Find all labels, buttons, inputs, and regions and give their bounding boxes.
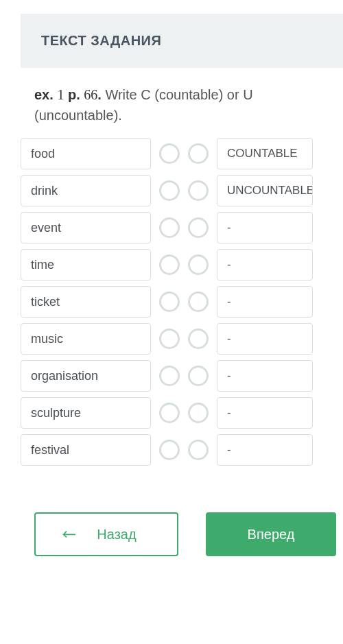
radio-right[interactable]	[188, 180, 209, 201]
exercise-row: music -	[21, 323, 343, 355]
word-box[interactable]: event	[21, 212, 151, 243]
radio-left[interactable]	[159, 329, 180, 349]
nav-buttons: 🡐 Назад Вперед	[0, 471, 343, 556]
radio-left[interactable]	[159, 366, 180, 386]
exercise-container: ТЕКСТ ЗАДАНИЯ ex. 1 p. 66. Write C (coun…	[0, 14, 343, 556]
radio-right[interactable]	[188, 143, 209, 164]
answer-box[interactable]: UNCOUNTABLE	[217, 175, 313, 206]
word-box[interactable]: organisation	[21, 360, 151, 392]
radio-left[interactable]	[159, 291, 180, 312]
exercise-row: event -	[21, 212, 343, 243]
word-box[interactable]: festival	[21, 434, 151, 466]
instruction-num1: 1	[57, 87, 64, 102]
word-box[interactable]: music	[21, 323, 151, 355]
exercise-row: time -	[21, 249, 343, 281]
answer-box[interactable]: -	[217, 249, 313, 281]
radio-right[interactable]	[188, 291, 209, 312]
radio-left[interactable]	[159, 180, 180, 201]
answer-box[interactable]: COUNTABLE	[217, 138, 313, 169]
answer-box[interactable]: -	[217, 212, 313, 243]
task-header-title: ТЕКСТ ЗАДАНИЯ	[41, 33, 322, 49]
word-box[interactable]: food	[21, 138, 151, 169]
radio-left[interactable]	[159, 217, 180, 238]
radio-left[interactable]	[159, 143, 180, 164]
answer-box[interactable]: -	[217, 360, 313, 392]
exercise-rows: food COUNTABLE drink UNCOUNTABLE event -…	[0, 138, 343, 466]
instruction-body: Write C (countable) or U (uncountable).	[34, 87, 253, 123]
arrow-left-icon: 🡐	[62, 527, 76, 542]
radio-right[interactable]	[188, 366, 209, 386]
answer-box[interactable]: -	[217, 323, 313, 355]
radio-left[interactable]	[159, 403, 180, 423]
radio-left[interactable]	[159, 254, 180, 275]
exercise-row: ticket -	[21, 286, 343, 318]
answer-box[interactable]: -	[217, 397, 313, 429]
exercise-row: organisation -	[21, 360, 343, 392]
instruction-ex: ex.	[34, 87, 54, 102]
exercise-row: festival -	[21, 434, 343, 466]
radio-right[interactable]	[188, 403, 209, 423]
radio-right[interactable]	[188, 440, 209, 460]
back-button[interactable]: 🡐 Назад	[34, 512, 178, 556]
answer-box[interactable]: -	[217, 286, 313, 318]
exercise-row: drink UNCOUNTABLE	[21, 175, 343, 206]
instruction-text: ex. 1 p. 66. Write C (countable) or U (u…	[0, 68, 343, 138]
back-button-label: Назад	[97, 527, 136, 542]
word-box[interactable]: sculpture	[21, 397, 151, 429]
task-header: ТЕКСТ ЗАДАНИЯ	[21, 14, 343, 68]
word-box[interactable]: ticket	[21, 286, 151, 318]
answer-box[interactable]: -	[217, 434, 313, 466]
exercise-row: sculpture -	[21, 397, 343, 429]
instruction-num2: 66	[84, 87, 97, 102]
word-box[interactable]: drink	[21, 175, 151, 206]
radio-left[interactable]	[159, 440, 180, 460]
radio-right[interactable]	[188, 329, 209, 349]
instruction-p: p.	[68, 87, 80, 102]
radio-right[interactable]	[188, 217, 209, 238]
radio-right[interactable]	[188, 254, 209, 275]
forward-button-label: Вперед	[248, 527, 295, 542]
word-box[interactable]: time	[21, 249, 151, 281]
exercise-row: food COUNTABLE	[21, 138, 343, 169]
forward-button[interactable]: Вперед	[206, 512, 336, 556]
